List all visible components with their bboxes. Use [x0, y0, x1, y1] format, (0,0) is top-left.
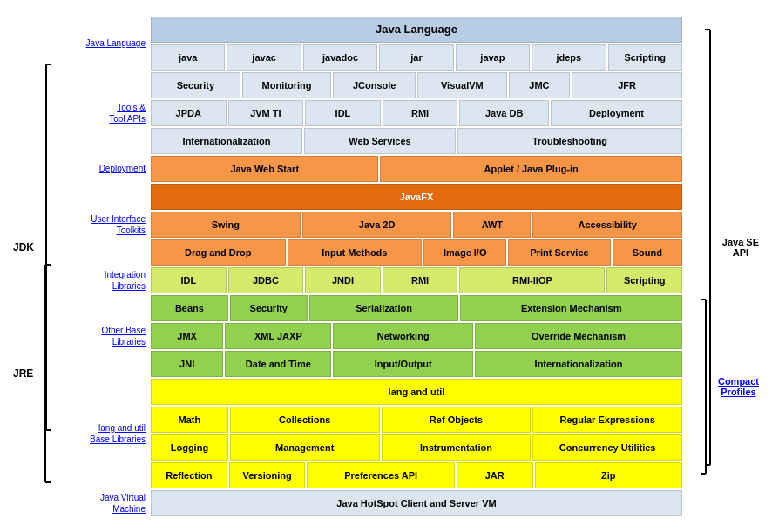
java-tools-row: java javac javadoc jar javap jdeps Scrip… — [151, 44, 682, 71]
ui-row2: Swing Java 2D AWT Accessibility — [151, 212, 682, 238]
tools-label[interactable]: Tools & Tool APIs — [109, 102, 146, 125]
cell-security-base: Security — [230, 295, 308, 321]
lang-util-body: lang and util Math Collections Ref Objec… — [151, 379, 682, 488]
cell-java: java — [151, 44, 225, 71]
cell-deployment-tools: Deployment — [551, 100, 682, 126]
integration-section: Integration Libraries IDL JDBC JNDI RMI … — [72, 267, 682, 293]
other-base-row-label: Other Base Libraries — [72, 295, 151, 377]
cell-instrumentation: Instrumentation — [382, 434, 532, 461]
cell-networking: Networking — [333, 323, 473, 349]
jvm-label[interactable]: Java Virtual Machine — [100, 492, 146, 515]
tools-body: Security Monitoring JConsole VisualVM JM… — [151, 72, 682, 154]
cell-refobjects: Ref Objects — [382, 407, 532, 433]
other-base-row1: Beans Security Serialization Extension M… — [151, 295, 682, 321]
cell-monitoring: Monitoring — [242, 72, 332, 98]
cell-datetime: Date and Time — [225, 351, 331, 377]
java-language-section: Java Language Java Language java javac j… — [72, 17, 682, 71]
cell-jfr: JFR — [572, 72, 682, 98]
cell-i18n-base: Internationalization — [475, 351, 682, 377]
tools-row-label: Tools & Tool APIs — [72, 72, 151, 154]
cell-printservice: Print Service — [508, 239, 610, 266]
cell-inputoutput: Input/Output — [333, 351, 473, 377]
deployment-label[interactable]: Deployment — [99, 164, 146, 173]
cell-jmc: JMC — [509, 72, 570, 98]
lang-util-row1: Math Collections Ref Objects Regular Exp… — [151, 407, 682, 433]
deployment-row1: Java Web Start Applet / Java Plug-in — [151, 156, 682, 182]
ui-body: JavaFX Swing Java 2D AWT Accessibility D… — [151, 184, 682, 266]
other-base-section: Other Base Libraries Beans Security Seri… — [72, 295, 682, 377]
ui-toolkits-section: User Interface Toolkits JavaFX Swing Jav… — [72, 184, 682, 266]
cell-rmi-int: RMI — [383, 267, 458, 293]
cell-visualvm: VisualVM — [417, 72, 507, 98]
cell-overridemech: Override Mechanism — [475, 323, 682, 349]
cell-javadoc: javadoc — [303, 44, 377, 71]
compact-profiles-label[interactable]: Compact — [718, 376, 759, 387]
cell-jvmti: JVM TI — [228, 100, 304, 126]
other-base-row2: JMX XML JAXP Networking Override Mechani… — [151, 323, 682, 349]
deployment-row-label: Deployment — [72, 156, 151, 182]
cell-management: Management — [230, 434, 380, 461]
cell-jndi: JNDI — [305, 267, 381, 293]
cell-rmiiiop: RMI-IIOP — [459, 267, 605, 293]
cell-hotspot: Java HotSpot Client and Server VM — [151, 490, 682, 516]
cell-xmljaxp: XML JAXP — [225, 323, 331, 349]
cell-idl-tools: IDL — [305, 100, 381, 126]
cell-jdbc: JDBC — [228, 267, 304, 293]
jre-bracket — [35, 260, 51, 487]
left-bracket-area: JDK JRE — [11, 17, 72, 516]
deployment-body: Java Web Start Applet / Java Plug-in — [151, 156, 682, 182]
jre-label-group: JRE — [13, 260, 51, 487]
cell-serialization: Serialization — [309, 295, 459, 321]
cell-lang-util-header: lang and util — [151, 379, 682, 405]
cell-prefsapi: Preferences API — [307, 462, 454, 488]
cell-javafx: JavaFX — [151, 184, 682, 210]
cell-troubleshooting: Troubleshooting — [457, 128, 682, 154]
cell-jni: JNI — [151, 351, 223, 377]
jre-label: JRE — [13, 367, 33, 380]
jdk-label: JDK — [13, 241, 34, 253]
java-language-row-label: Java Language — [72, 17, 151, 71]
cell-sound: Sound — [613, 239, 682, 266]
java-language-label[interactable]: Java Language — [86, 38, 146, 48]
cell-i18n-tools: Internationalization — [151, 128, 302, 154]
ui-label[interactable]: User Interface Toolkits — [91, 213, 146, 236]
compact-profiles-bracket — [701, 295, 716, 478]
ui-row1: JavaFX — [151, 184, 682, 210]
ui-row-label: User Interface Toolkits — [72, 184, 151, 266]
lang-util-section: lang and util Base Libraries lang and ut… — [72, 379, 682, 488]
compact-profiles-label2[interactable]: Profiles — [721, 387, 755, 397]
other-base-label[interactable]: Other Base Libraries — [101, 325, 146, 347]
cell-scripting-tools: Scripting — [608, 44, 682, 71]
cell-jpda: JPDA — [151, 100, 227, 126]
integration-label[interactable]: Integration Libraries — [105, 269, 146, 292]
java-lang-header-row: Java Language — [151, 17, 682, 43]
deployment-section: Deployment Java Web Start Applet / Java … — [72, 156, 682, 182]
cell-concurrency: Concurrency Utilities — [532, 434, 682, 461]
cell-collections: Collections — [230, 407, 380, 433]
cell-jar: JAR — [457, 462, 533, 488]
cell-scripting-int: Scripting — [606, 267, 682, 293]
cell-inputmethods: Input Methods — [288, 239, 423, 266]
main-layout: Java Language Java Language java javac j… — [72, 17, 682, 516]
lang-util-row-label: lang and util Base Libraries — [72, 379, 151, 488]
ui-row3: Drag and Drop Input Methods Image I/O Pr… — [151, 239, 682, 266]
cell-logging: Logging — [151, 434, 228, 461]
other-base-row3: JNI Date and Time Input/Output Internati… — [151, 351, 682, 377]
cell-accessibility: Accessibility — [532, 212, 682, 238]
jvm-section: Java Virtual Machine Java HotSpot Client… — [72, 490, 682, 516]
lang-util-label[interactable]: lang and util Base Libraries — [90, 422, 146, 445]
cell-imageio: Image I/O — [423, 239, 506, 266]
cell-draganddrop: Drag and Drop — [151, 239, 286, 266]
cell-math: Math — [151, 407, 228, 433]
lang-util-row3: Reflection Versioning Preferences API JA… — [151, 462, 682, 488]
jvm-row-label: Java Virtual Machine — [72, 490, 151, 516]
cell-versioning: Versioning — [229, 462, 306, 488]
java-language-header-cell: Java Language — [151, 17, 682, 43]
cell-security-tools: Security — [151, 72, 240, 98]
tools-row2: JPDA JVM TI IDL RMI Java DB Deployment — [151, 100, 682, 126]
integration-row-label: Integration Libraries — [72, 267, 151, 293]
lang-util-row2: Logging Management Instrumentation Concu… — [151, 434, 682, 461]
compact-profiles-group: Compact Profiles — [701, 295, 759, 478]
jvm-row1: Java HotSpot Client and Server VM — [151, 490, 682, 516]
tools-section: Tools & Tool APIs Security Monitoring JC… — [72, 72, 682, 154]
